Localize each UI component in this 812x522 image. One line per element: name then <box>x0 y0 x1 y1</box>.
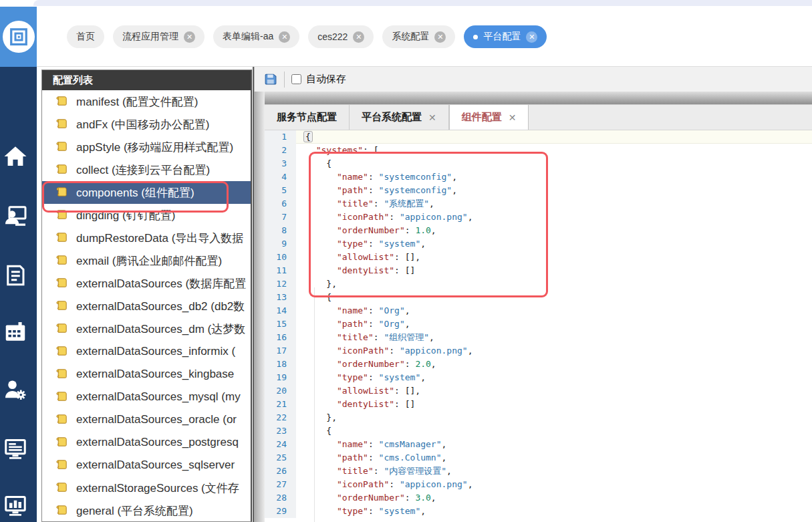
config-item-label: externalDataSources_sqlserver <box>76 459 235 472</box>
config-item-label: components (组件配置) <box>76 185 194 201</box>
config-list-item-6[interactable]: dumpRestoreData (导出导入数据 <box>42 227 251 249</box>
sidebar-item-calendar[interactable] <box>3 320 27 344</box>
config-list-item-11[interactable]: externalDataSources_informix ( <box>42 340 251 363</box>
sidebar-item-user-monitor[interactable] <box>3 205 27 229</box>
config-list-item-15[interactable]: externalDataSources_postgresq <box>42 431 251 454</box>
code-line-28[interactable]: 28 "orderNumber": 3.0, <box>265 491 812 505</box>
code-line-27[interactable]: 27 "iconPath": "appicon.png", <box>265 478 812 491</box>
horizontal-splitter[interactable] <box>265 92 812 105</box>
code-text: "orderNumber": 1.0, <box>296 224 812 237</box>
floppy-icon <box>263 72 277 86</box>
config-list-item-3[interactable]: collect (连接到云平台配置) <box>42 158 251 181</box>
breadcrumb-chip-2[interactable]: 表单编辑-aa✕ <box>213 25 299 48</box>
line-number: 25 <box>265 451 296 465</box>
code-text: "allowList": [], <box>296 384 812 398</box>
config-item-label: externalDataSources_postgresq <box>76 436 239 449</box>
breadcrumb-chip-0[interactable]: 首页 <box>67 25 104 48</box>
line-number: 19 <box>265 371 296 384</box>
code-line-21[interactable]: 21 "dentyList": [] <box>265 398 812 411</box>
close-icon[interactable]: ✕ <box>279 31 290 43</box>
sidebar-item-news[interactable] <box>3 263 27 287</box>
code-text: "dentyList": [] <box>296 398 812 411</box>
code-line-12[interactable]: 12 }, <box>265 277 812 291</box>
scroll-icon <box>55 504 70 518</box>
code-line-22[interactable]: 22 }, <box>265 411 812 424</box>
config-list-item-14[interactable]: externalDataSources_oracle (or <box>42 408 251 431</box>
code-line-26[interactable]: 26 "title": "内容管理设置", <box>265 465 812 478</box>
autosave-checkbox[interactable] <box>291 74 301 84</box>
tab-close-icon[interactable]: ✕ <box>509 112 517 123</box>
editor-tab-2[interactable]: 组件配置✕ <box>449 105 529 130</box>
scroll-icon <box>55 254 70 268</box>
config-list-item-2[interactable]: appStyle (移动端应用样式配置) <box>42 136 251 158</box>
code-line-7[interactable]: 7 "iconPath": "appicon.png", <box>265 211 812 224</box>
scroll-icon <box>55 368 70 382</box>
code-line-18[interactable]: 18 "orderNumber": 2.0, <box>265 358 812 371</box>
config-list-item-8[interactable]: externalDataSources (数据库配置 <box>42 272 251 295</box>
breadcrumb: 首页流程应用管理✕表单编辑-aa✕ces222✕系统配置✕平台配置✕ <box>67 25 547 48</box>
config-list-item-1[interactable]: andFx (中国移动办公配置) <box>42 113 251 136</box>
code-line-1[interactable]: 1{ <box>265 130 812 144</box>
code-line-20[interactable]: 20 "allowList": [], <box>265 384 812 398</box>
config-list-item-18[interactable]: general (平台系统配置) <box>42 499 251 521</box>
config-list-item-16[interactable]: externalDataSources_sqlserver <box>42 454 251 477</box>
vertical-splitter[interactable] <box>253 67 265 522</box>
config-list-item-9[interactable]: externalDataSources_db2 (db2数 <box>42 295 251 317</box>
json-code-editor[interactable]: 1{2 "systems": [3 {4 "name": "systemconf… <box>265 130 812 522</box>
code-line-8[interactable]: 8 "orderNumber": 1.0, <box>265 224 812 237</box>
code-text: "allowList": [], <box>296 251 812 264</box>
window-top-strip-accent <box>33 0 812 6</box>
editor-tab-1[interactable]: 平台系统配置✕ <box>350 105 449 130</box>
config-item-label: externalStorageSources (文件存 <box>76 481 239 496</box>
code-line-9[interactable]: 9 "type": "system", <box>265 237 812 251</box>
close-icon[interactable]: ✕ <box>526 31 537 43</box>
code-line-25[interactable]: 25 "path": "cms.Column", <box>265 451 812 465</box>
code-line-15[interactable]: 15 "path": "Org", <box>265 317 812 331</box>
config-list-item-4[interactable]: components (组件配置) <box>42 181 251 204</box>
code-line-16[interactable]: 16 "title": "组织管理", <box>265 331 812 344</box>
sidebar-item-home[interactable] <box>3 144 27 168</box>
code-line-13[interactable]: 13 { <box>265 291 812 304</box>
close-icon[interactable]: ✕ <box>353 31 364 43</box>
code-line-2[interactable]: 2 "systems": [ <box>265 144 812 157</box>
line-number: 2 <box>265 144 296 157</box>
sidebar-item-monitor-doc[interactable] <box>3 437 27 461</box>
code-line-6[interactable]: 6 "title": "系统配置", <box>265 197 812 211</box>
scroll-icon <box>55 118 70 132</box>
config-list-item-13[interactable]: externalDataSources_mysql (my <box>42 386 251 408</box>
close-icon[interactable]: ✕ <box>434 31 446 43</box>
config-list-item-17[interactable]: externalStorageSources (文件存 <box>42 477 251 499</box>
config-list-item-5[interactable]: dingding (钉钉配置) <box>42 204 251 227</box>
breadcrumb-chip-4[interactable]: 系统配置✕ <box>382 25 455 48</box>
config-item-label: dumpRestoreData (导出导入数据 <box>76 231 243 246</box>
code-line-3[interactable]: 3 { <box>265 157 812 170</box>
editor-tab-0[interactable]: 服务节点配置 <box>265 105 350 130</box>
code-line-10[interactable]: 10 "allowList": [], <box>265 251 812 264</box>
config-item-label: externalDataSources (数据库配置 <box>76 276 246 291</box>
code-line-5[interactable]: 5 "path": "systemconfig", <box>265 184 812 197</box>
config-item-label: appStyle (移动端应用样式配置) <box>76 140 233 155</box>
save-button[interactable] <box>263 72 277 87</box>
tab-close-icon[interactable]: ✕ <box>428 112 436 123</box>
code-line-23[interactable]: 23 { <box>265 424 812 438</box>
config-list-item-10[interactable]: externalDataSources_dm (达梦数 <box>42 317 251 340</box>
scroll-icon <box>55 390 70 404</box>
code-line-17[interactable]: 17 "iconPath": "appicon.png", <box>265 344 812 358</box>
line-number: 13 <box>265 291 296 304</box>
code-line-24[interactable]: 24 "name": "cmsManager", <box>265 438 812 451</box>
code-line-29[interactable]: 29 "type": "system", <box>265 505 812 518</box>
app-logo[interactable] <box>0 7 37 67</box>
breadcrumb-chip-1[interactable]: 流程应用管理✕ <box>113 25 205 48</box>
config-list-item-0[interactable]: manifest (配置文件配置) <box>42 90 251 113</box>
code-line-19[interactable]: 19 "type": "system", <box>265 371 812 384</box>
code-line-4[interactable]: 4 "name": "systemconfig", <box>265 170 812 184</box>
breadcrumb-chip-5[interactable]: 平台配置✕ <box>464 25 547 48</box>
code-line-11[interactable]: 11 "dentyList": [] <box>265 264 812 277</box>
breadcrumb-chip-3[interactable]: ces222✕ <box>308 25 374 48</box>
code-line-14[interactable]: 14 "name": "Org", <box>265 304 812 317</box>
config-list-item-7[interactable]: exmail (腾讯企业邮邮件配置) <box>42 249 251 272</box>
sidebar-item-chart-monitor[interactable] <box>3 494 27 518</box>
sidebar-item-user-gear[interactable] <box>3 378 27 402</box>
close-icon[interactable]: ✕ <box>184 31 195 43</box>
config-list-item-12[interactable]: externalDataSources_kingbase <box>42 363 251 386</box>
